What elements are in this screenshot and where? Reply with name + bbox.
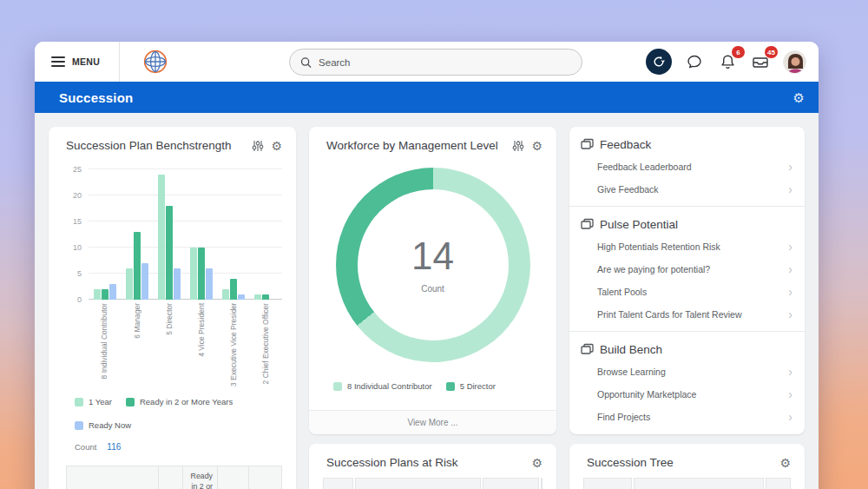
chevron-right-icon: › <box>788 241 792 253</box>
link-row-give-feedback[interactable]: Give Feedback› <box>569 178 805 201</box>
bar-ready-in-2-or-more-years[interactable] <box>230 279 237 300</box>
bar-ready-in-2-or-more-years[interactable] <box>166 206 173 300</box>
bar-group <box>253 294 279 300</box>
bar-1-year[interactable] <box>190 248 197 300</box>
search-input[interactable] <box>319 57 571 68</box>
bar-1-year[interactable] <box>126 268 133 300</box>
bar-ready-now[interactable] <box>206 268 213 300</box>
chevron-right-icon: › <box>788 183 792 195</box>
app-window: MENU <box>35 42 819 489</box>
tree-table <box>583 478 791 489</box>
legend-label: 1 Year <box>89 397 112 406</box>
bar-1-year[interactable] <box>254 294 261 300</box>
section-feedback: Feedback Feedback Leaderboard›Give Feedb… <box>569 127 805 206</box>
link-label: Print Talent Cards for Talent Review <box>597 309 742 320</box>
stacked-cards-icon <box>580 217 595 232</box>
chevron-right-icon: › <box>788 161 792 173</box>
link-label: Are we paying for potential? <box>597 264 710 274</box>
notifications-badge: 6 <box>732 46 745 58</box>
y-axis-tick: 10 <box>59 243 82 252</box>
link-label: Talent Pools <box>597 287 647 297</box>
x-axis-label: 4 Vice President <box>197 303 206 357</box>
chevron-right-icon: › <box>788 366 792 378</box>
table-header-cell <box>583 478 632 489</box>
globe-logo-icon[interactable] <box>142 49 168 75</box>
legend-item: Ready in 2 or More Years <box>126 397 233 406</box>
legend-label: 5 Director <box>460 381 496 391</box>
link-row-feedback-leaderboard[interactable]: Feedback Leaderboard› <box>569 155 805 178</box>
bar-ready-in-2-or-more-years[interactable] <box>262 294 269 300</box>
bar-1-year[interactable] <box>158 175 165 300</box>
workforce-card: Workforce by Management Level ⚙ <box>309 127 556 434</box>
page-header: Succession ⚙ <box>35 82 819 113</box>
y-axis-tick: 20 <box>59 191 82 200</box>
chat-button[interactable] <box>684 51 705 72</box>
table-header-cell <box>483 478 539 489</box>
chat-bubble-icon <box>686 53 703 70</box>
benchstrength-card: Succession Plan Benchstrength ⚙ 0 <box>49 127 296 489</box>
filter-sliders-icon[interactable] <box>512 140 524 152</box>
topbar-divider <box>119 42 120 82</box>
chevron-right-icon: › <box>788 263 792 275</box>
risk-table <box>323 478 542 489</box>
x-axis-label: 8 Individual Contributor <box>100 303 108 379</box>
link-row-print-talent-cards-for-talent-review[interactable]: Print Talent Cards for Talent Review› <box>569 303 805 326</box>
notifications-button[interactable]: 6 <box>717 51 738 72</box>
benchstrength-gear-icon[interactable]: ⚙ <box>271 140 282 152</box>
inbox-button[interactable]: 45 <box>750 51 771 72</box>
bar-ready-now[interactable] <box>174 268 181 300</box>
link-row-browse-learning[interactable]: Browse Learning› <box>569 360 805 383</box>
link-row-find-projects[interactable]: Find Projects› <box>569 406 805 428</box>
legend-label: 8 Individual Contributor <box>347 381 432 391</box>
tree-gear-icon[interactable]: ⚙ <box>779 457 791 469</box>
chevron-right-icon: › <box>788 286 792 298</box>
section-pulse-potential: Pulse Potential High Potentials Retentio… <box>569 206 805 331</box>
bar-ready-now[interactable] <box>141 263 148 300</box>
link-row-high-potentials-retention-risk[interactable]: High Potentials Retention Risk› <box>569 235 805 258</box>
x-axis-label: 2 Chief Executive Officer <box>261 303 270 384</box>
legend-swatch <box>446 382 455 391</box>
legend-item: Ready Now <box>75 420 131 430</box>
bar-ready-in-2-or-more-years[interactable] <box>198 248 205 300</box>
filter-sliders-icon[interactable] <box>252 140 264 152</box>
bar-1-year[interactable] <box>222 289 229 300</box>
assistant-button[interactable] <box>646 49 672 75</box>
hamburger-icon <box>51 56 65 67</box>
workforce-gear-icon[interactable]: ⚙ <box>531 140 542 152</box>
link-row-opportunity-marketplace[interactable]: Opportunity Marketplace› <box>569 383 805 406</box>
view-more-link[interactable]: View More ... <box>309 410 556 434</box>
link-row-talent-pools[interactable]: Talent Pools› <box>569 281 805 303</box>
legend-item: 5 Director <box>446 381 496 391</box>
page-settings-gear-icon[interactable]: ⚙ <box>793 91 805 104</box>
link-label: High Potentials Retention Risk <box>597 241 720 252</box>
link-row-are-we-paying-for-potential-[interactable]: Are we paying for potential?› <box>569 258 805 281</box>
profile-avatar[interactable] <box>783 50 806 74</box>
bar-ready-now[interactable] <box>109 284 116 300</box>
search-bar[interactable] <box>289 49 582 76</box>
benchstrength-title: Succession Plan Benchstrength <box>66 139 232 152</box>
link-label: Opportunity Marketplace <box>597 389 696 400</box>
count-value-link[interactable]: 116 <box>107 442 121 452</box>
refresh-sparkle-icon <box>651 54 667 69</box>
risk-gear-icon[interactable]: ⚙ <box>531 457 542 469</box>
bar-ready-in-2-or-more-years[interactable] <box>102 289 108 300</box>
table-header-cell: 1 Year <box>158 466 183 489</box>
legend-swatch <box>75 398 83 406</box>
y-axis-tick: 25 <box>59 165 82 174</box>
menu-button[interactable]: MENU <box>46 53 105 70</box>
section-title: Pulse Potential <box>600 218 678 231</box>
stacked-cards-icon <box>580 137 595 152</box>
legend-label: Ready in 2 or More Years <box>140 397 233 406</box>
donut-chart: 14 Count <box>336 168 530 362</box>
table-header-cell <box>766 478 791 489</box>
bar-ready-now[interactable] <box>238 294 245 300</box>
stacked-cards-icon <box>580 342 595 357</box>
legend-swatch <box>126 398 135 406</box>
bar-chart-plot: 0510152025 <box>89 169 282 300</box>
section-build-bench: Build Bench Browse Learning›Opportunity … <box>569 331 805 433</box>
x-axis-label: 5 Director <box>165 303 174 335</box>
bar-1-year[interactable] <box>94 289 101 300</box>
link-label: Find Projects <box>597 412 650 422</box>
chevron-right-icon: › <box>788 411 792 423</box>
bar-ready-in-2-or-more-years[interactable] <box>134 232 141 300</box>
